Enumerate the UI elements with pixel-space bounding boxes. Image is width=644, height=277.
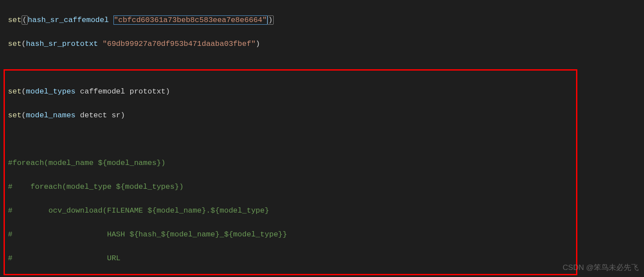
fn-set: set — [8, 40, 22, 48]
code-line: set(model_names detect sr) — [8, 109, 644, 121]
string-literal: "69db99927a70df953b471daaba03fbef" — [102, 40, 256, 48]
var: model_types — [26, 87, 75, 96]
comment-line: # foreach(model_type ${model_types}) — [8, 181, 644, 193]
code-line: set(hash_sr_prototxt "69db99927a70df953b… — [8, 38, 644, 50]
comment-line: # ocv_download(FILENAME ${model_name}.${… — [8, 205, 644, 217]
fn-set: set — [8, 87, 22, 96]
fn-set: set — [8, 16, 22, 24]
code-line: set(hash_sr_caffemodel "cbfcd60361a73beb… — [8, 14, 644, 26]
var: hash_sr_prototxt — [26, 40, 98, 48]
string-literal: "cbfcd60361a73beb8c583eea7e8e6664" — [113, 15, 267, 25]
fn-set: set — [8, 111, 22, 120]
comment-line: #foreach(model_name ${model_names}) — [8, 157, 644, 169]
comment-line: # URL — [8, 252, 644, 264]
var: hash_sr_caffemodel — [28, 16, 109, 24]
comment-line: # HASH ${hash_${model_name}_${model_type… — [8, 228, 644, 240]
code-editor[interactable]: set(hash_sr_caffemodel "cbfcd60361a73beb… — [0, 0, 644, 277]
var: model_names — [26, 111, 75, 120]
code-line: set(model_types caffemodel prototxt) — [8, 86, 644, 97]
